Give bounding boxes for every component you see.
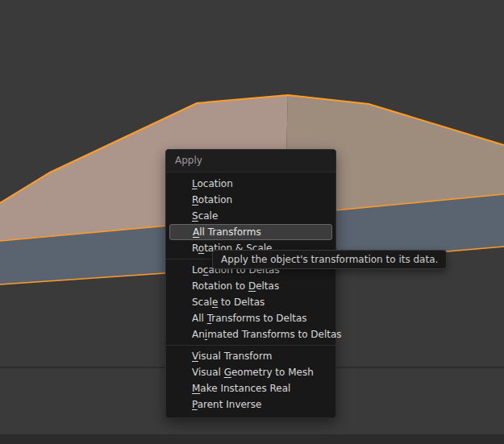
menu-item-text: eometry to Mesh	[231, 367, 314, 378]
menu-item-accel: G	[224, 367, 231, 378]
menu-item-rotation-to-deltas[interactable]: Rotation to Deltas	[166, 278, 335, 294]
menu-item-scale[interactable]: Scale	[166, 208, 335, 224]
menu-item-accel: V	[192, 351, 198, 362]
menu-item-text: Rotation to	[192, 280, 248, 292]
menu-item-text: to Deltas	[218, 297, 264, 308]
apply-menu-title: Apply	[166, 150, 335, 172]
menu-item-accel: D	[248, 280, 256, 292]
apply-menu: Apply LocationRotationScaleAll Transform…	[165, 149, 336, 418]
menu-item-visual-transform[interactable]: Visual Transform	[166, 348, 335, 364]
menu-item-scale-to-deltas[interactable]: Scale to Deltas	[166, 294, 335, 310]
menu-item-text: All	[192, 313, 207, 324]
menu-item-text: An	[192, 329, 205, 340]
menu-item-accel: R	[192, 194, 198, 205]
menu-item-text: ake Instances Real	[200, 383, 290, 394]
menu-item-animated-transforms-to-deltas[interactable]: Animated Transforms to Deltas	[166, 326, 335, 342]
menu-item-make-instances-real[interactable]: Make Instances Real	[166, 380, 335, 396]
menu-item-text: eltas	[256, 280, 279, 292]
blender-window: { "scene": { "colors": { "bg": "#3a3a3a"…	[0, 0, 504, 444]
menu-item-text: R	[192, 243, 198, 254]
menu-groups: LocationRotationScaleAll TransformsRotat…	[166, 172, 335, 417]
menu-item-text: mated Transforms to Deltas	[207, 329, 341, 340]
tooltip: Apply the object's transformation to its…	[212, 250, 447, 269]
menu-item-accel: S	[192, 210, 198, 222]
menu-item-text: Scal	[192, 297, 212, 308]
menu-item-parent-inverse[interactable]: Parent Inverse	[166, 396, 335, 413]
menu-item-accel: A	[193, 226, 199, 238]
menu-item-text: cale	[198, 210, 219, 222]
menu-item-text: otation	[198, 194, 232, 205]
menu-item-text: isual Transform	[198, 351, 272, 362]
menu-item-accel: P	[192, 399, 198, 410]
menu-item-text: ocation	[197, 178, 232, 189]
menu-item-text: arent Inverse	[198, 399, 262, 410]
menu-item-text: ll Transforms	[199, 226, 260, 238]
menu-item-text: Lo	[192, 264, 203, 276]
menu-item-text: Visual	[192, 367, 224, 378]
menu-item-visual-geometry-to-mesh[interactable]: Visual Geometry to Mesh	[166, 364, 335, 380]
menu-item-rotation[interactable]: Rotation	[166, 192, 335, 208]
menu-item-accel: M	[192, 383, 200, 394]
menu-item-all-transforms-to-deltas[interactable]: All Transforms to Deltas	[166, 310, 335, 326]
viewport-bottom-strip	[0, 434, 504, 444]
menu-item-location[interactable]: Location	[166, 176, 335, 192]
menu-separator	[166, 345, 335, 346]
menu-item-text: ransforms to Deltas	[211, 313, 306, 324]
menu-item-all-transforms[interactable]: All Transforms	[169, 224, 332, 240]
